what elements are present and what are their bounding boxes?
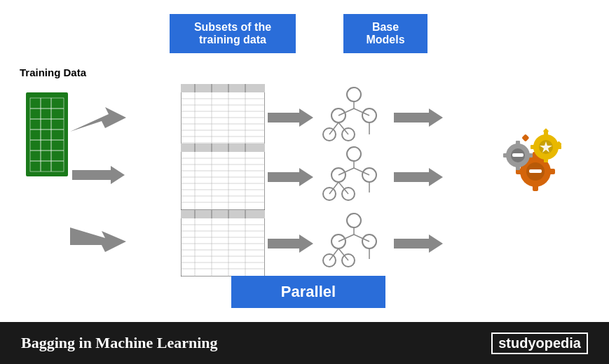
- svg-marker-68: [268, 168, 313, 186]
- svg-marker-105: [394, 168, 443, 186]
- parallel-label: Parallel: [231, 276, 385, 308]
- bottom-brand: studyopedia: [491, 332, 588, 354]
- svg-marker-10: [70, 107, 126, 132]
- arrow-to-row2: [72, 164, 125, 188]
- svg-rect-31: [181, 144, 265, 210]
- svg-marker-11: [72, 166, 125, 184]
- svg-rect-129: [512, 153, 524, 157]
- arrow-table2-to-tree2: [268, 167, 313, 190]
- svg-rect-119: [503, 153, 509, 158]
- svg-rect-32: [181, 144, 265, 152]
- training-data-icon: [25, 91, 70, 182]
- svg-point-93: [347, 214, 361, 227]
- svg-rect-124: [544, 157, 548, 162]
- svg-rect-13: [181, 84, 265, 150]
- svg-rect-50: [181, 210, 265, 218]
- svg-rect-112: [548, 169, 555, 174]
- arrow-table1-to-tree1: [268, 107, 313, 131]
- svg-rect-14: [181, 84, 265, 92]
- arrow-to-row3: [70, 217, 126, 258]
- svg-rect-130: [529, 169, 542, 173]
- arrow-tree2-right: [394, 167, 443, 190]
- svg-marker-69: [268, 234, 313, 253]
- svg-rect-1: [30, 98, 64, 172]
- svg-rect-114: [521, 134, 529, 141]
- arrow-tree1-right: [394, 107, 443, 131]
- svg-rect-118: [516, 164, 520, 170]
- training-data-label: Training Data: [20, 66, 86, 78]
- svg-rect-120: [527, 153, 533, 158]
- svg-marker-12: [70, 227, 126, 252]
- arrow-to-row1: [70, 104, 126, 145]
- bottom-bar: Bagging in Machine Learning studyopedia: [0, 322, 609, 364]
- svg-marker-67: [268, 108, 313, 127]
- svg-marker-106: [394, 234, 443, 253]
- decision-tree-3: [319, 210, 389, 276]
- svg-rect-49: [181, 210, 265, 276]
- svg-point-70: [347, 88, 361, 102]
- base-models-label: Base Models: [343, 14, 427, 53]
- svg-point-82: [347, 147, 361, 161]
- svg-rect-125: [531, 145, 536, 149]
- arrow-table3-to-tree3: [268, 233, 313, 257]
- svg-marker-104: [394, 108, 443, 127]
- decision-tree-2: [319, 144, 389, 209]
- bottom-title: Bagging in Machine Learning: [21, 334, 218, 352]
- subsets-label: Subsets of the training data: [170, 14, 296, 53]
- mini-table-3: [181, 210, 265, 279]
- mini-table-2: [181, 144, 265, 213]
- gears-icon: [497, 126, 574, 206]
- svg-rect-117: [516, 141, 520, 146]
- svg-rect-110: [533, 184, 538, 191]
- decision-tree-1: [319, 84, 389, 150]
- arrow-tree3-right: [394, 233, 443, 257]
